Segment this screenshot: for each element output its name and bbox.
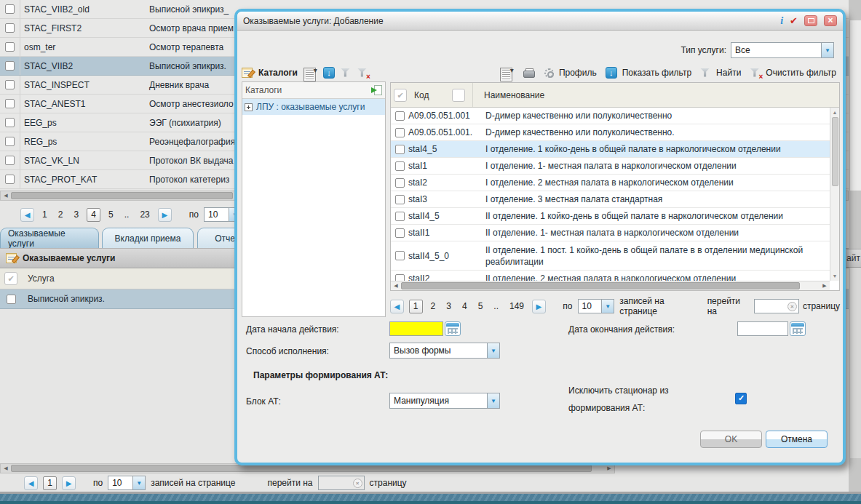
clear-input-icon[interactable] bbox=[353, 479, 362, 488]
find-button[interactable]: Найти bbox=[716, 68, 741, 78]
table-row[interactable]: staI2 I отделение. 2 местная палата в на… bbox=[391, 175, 830, 191]
tree-expander-icon[interactable] bbox=[245, 103, 253, 111]
catalogs-search-header[interactable]: Каталоги bbox=[242, 82, 385, 99]
scrollbar-thumb[interactable] bbox=[11, 192, 233, 199]
per-page-select[interactable]: 10 bbox=[578, 299, 615, 313]
table-row[interactable]: staII4_5_0 II отделение. 1 пост. 1 койко… bbox=[391, 241, 830, 271]
table-row-clipped[interactable]: staII2 II отделение. 2 местная палата в … bbox=[391, 271, 830, 281]
scrollbar-thumb[interactable] bbox=[401, 282, 800, 289]
table-row[interactable]: A09.05.051.001 D-димер качественно или п… bbox=[391, 108, 830, 124]
row-checkbox[interactable] bbox=[395, 212, 405, 221]
scroll-up-icon[interactable] bbox=[830, 108, 839, 117]
row-checkbox[interactable] bbox=[5, 99, 15, 108]
row-checkbox[interactable] bbox=[5, 175, 15, 184]
info-icon[interactable]: i bbox=[780, 15, 783, 27]
page-number[interactable]: 149 bbox=[507, 301, 527, 311]
open-catalog-icon[interactable] bbox=[371, 85, 382, 95]
row-checkbox[interactable] bbox=[7, 295, 16, 304]
scrollbar-thumb[interactable] bbox=[832, 117, 838, 186]
chevron-down-icon[interactable] bbox=[601, 300, 614, 313]
block-at-select[interactable]: Манипуляция bbox=[389, 393, 500, 409]
close-button[interactable] bbox=[824, 15, 837, 26]
clear-input-icon[interactable] bbox=[787, 302, 797, 311]
table-row[interactable]: staI3 I отделение. 3 местная палата стан… bbox=[391, 191, 830, 208]
row-checkbox[interactable] bbox=[395, 128, 405, 137]
row-checkbox[interactable] bbox=[395, 145, 405, 154]
exec-method-select[interactable]: Вызов формы bbox=[389, 343, 500, 359]
table-row-selected[interactable]: staI4_5 I отделение. 1 койко-день в обще… bbox=[391, 141, 830, 158]
show-filter-icon[interactable] bbox=[606, 67, 617, 79]
page-number[interactable]: 3 bbox=[443, 301, 454, 311]
calendar-icon[interactable] bbox=[790, 321, 806, 336]
page-number[interactable]: 3 bbox=[71, 209, 82, 220]
print-icon[interactable] bbox=[523, 68, 535, 78]
row-checkbox[interactable] bbox=[5, 137, 15, 146]
clear-filter-icon[interactable] bbox=[750, 68, 761, 78]
prev-page-button[interactable] bbox=[24, 476, 38, 490]
table-row[interactable]: staI1 I отделение. 1- местная палата в н… bbox=[391, 158, 830, 175]
chevron-down-icon[interactable] bbox=[487, 343, 499, 358]
row-checkbox[interactable] bbox=[5, 4, 15, 14]
page-number[interactable]: 2 bbox=[428, 301, 439, 311]
exclude-checkbox[interactable] bbox=[735, 393, 747, 404]
profile-gear-icon[interactable] bbox=[544, 68, 554, 78]
find-filter-icon[interactable] bbox=[341, 68, 352, 78]
scroll-left-icon[interactable] bbox=[1, 191, 11, 200]
prev-page-button[interactable] bbox=[390, 300, 404, 313]
current-page[interactable]: 1 bbox=[409, 300, 423, 313]
menu-icon[interactable] bbox=[303, 68, 317, 78]
scroll-right-icon[interactable] bbox=[820, 281, 830, 290]
row-checkbox[interactable] bbox=[395, 161, 405, 171]
prev-page-button[interactable] bbox=[20, 208, 34, 222]
row-checkbox[interactable] bbox=[395, 251, 405, 260]
next-page-button[interactable] bbox=[62, 476, 76, 490]
goto-page-input[interactable] bbox=[318, 476, 365, 490]
row-checkbox[interactable] bbox=[5, 23, 15, 33]
calendar-icon[interactable] bbox=[445, 321, 461, 336]
date-end-input[interactable] bbox=[737, 321, 788, 336]
scroll-left-icon[interactable] bbox=[391, 281, 401, 290]
dialog-titlebar[interactable]: Оказываемые услуги: Добавление i bbox=[237, 12, 843, 31]
collapse-button[interactable] bbox=[804, 15, 817, 26]
menu-icon[interactable] bbox=[500, 68, 514, 78]
ok-button[interactable]: OK bbox=[700, 431, 762, 448]
clear-filter-icon[interactable] bbox=[357, 68, 368, 78]
chevron-down-icon[interactable] bbox=[132, 476, 145, 489]
apply-icon[interactable] bbox=[790, 15, 798, 26]
chevron-down-icon[interactable] bbox=[821, 43, 833, 57]
next-page-button[interactable] bbox=[158, 208, 172, 222]
scroll-left-icon[interactable] bbox=[1, 464, 11, 473]
vertical-scrollbar[interactable] bbox=[830, 108, 839, 281]
page-number[interactable]: 4 bbox=[459, 301, 470, 311]
header-check-icon[interactable] bbox=[4, 272, 17, 285]
page-number[interactable]: 2 bbox=[55, 209, 66, 220]
clear-filter-button[interactable]: Очистить фильтр bbox=[766, 68, 836, 78]
row-checkbox[interactable] bbox=[5, 61, 15, 71]
current-page[interactable]: 4 bbox=[87, 208, 100, 222]
tab-services[interactable]: Оказываемые услуги bbox=[0, 228, 99, 248]
service-type-select[interactable]: Все bbox=[731, 42, 834, 58]
row-checkbox[interactable] bbox=[5, 156, 15, 165]
tab-visits[interactable]: Вкладки приема bbox=[102, 228, 194, 248]
row-checkbox[interactable] bbox=[5, 80, 15, 89]
chevron-down-icon[interactable] bbox=[487, 393, 499, 408]
row-checkbox[interactable] bbox=[5, 118, 15, 127]
table-row[interactable]: staII1 II отделение. 1- местная палата в… bbox=[391, 225, 830, 241]
row-checkbox[interactable] bbox=[395, 228, 405, 238]
profile-button[interactable]: Профиль bbox=[559, 68, 597, 78]
per-page-select[interactable]: 10 bbox=[108, 476, 146, 490]
page-number[interactable]: 1 bbox=[39, 209, 50, 220]
row-checkbox[interactable] bbox=[395, 111, 405, 121]
table-horizontal-scrollbar[interactable] bbox=[391, 281, 830, 290]
row-checkbox[interactable] bbox=[395, 195, 405, 204]
cancel-button[interactable]: Отмена bbox=[766, 431, 828, 448]
date-start-input[interactable] bbox=[389, 321, 443, 336]
current-page[interactable]: 1 bbox=[43, 476, 57, 490]
page-number[interactable]: 5 bbox=[106, 209, 116, 220]
show-filter-button[interactable]: Показать фильтр bbox=[622, 68, 691, 78]
page-number[interactable]: 23 bbox=[137, 209, 152, 220]
scroll-down-icon[interactable] bbox=[830, 271, 839, 281]
catalog-tree-item[interactable]: ЛПУ : оказываемые услуги bbox=[242, 99, 385, 115]
scrollbar-thumb[interactable] bbox=[11, 465, 592, 472]
find-filter-icon[interactable] bbox=[700, 68, 711, 78]
